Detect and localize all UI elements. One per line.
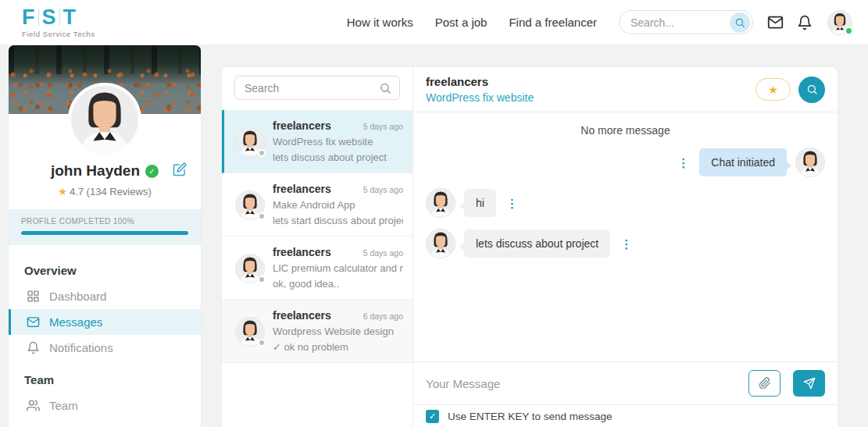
- chat-message-incoming: hi ⋮: [426, 188, 825, 218]
- chat-search-button[interactable]: [798, 77, 825, 103]
- enter-key-checkbox[interactable]: ✓: [426, 410, 439, 423]
- conversation-search: [234, 76, 400, 100]
- message-bubble: hi: [464, 189, 496, 217]
- conversation-search-input[interactable]: [245, 82, 379, 94]
- conversation-preview: lets discuss about project: [273, 151, 403, 163]
- profile-avatar[interactable]: [68, 83, 141, 156]
- chat-body: No more message ⋮ Chat initiated hi ⋮ le…: [413, 112, 838, 361]
- conversation-name: freelancers: [273, 119, 331, 132]
- conversation-name: freelancers: [273, 309, 331, 322]
- paperclip-icon: [759, 377, 771, 390]
- nav-links: How it works Post a job Find a freelance…: [347, 16, 597, 29]
- status-dot: [258, 339, 266, 347]
- conversation-item[interactable]: freelancers 5 days ago WordPress fix web…: [222, 110, 413, 173]
- navbar-icons: [767, 10, 852, 35]
- conversation-name: freelancers: [273, 183, 331, 195]
- mail-icon: [27, 315, 40, 329]
- profile-completion: PROFILE COMPLETED 100%: [9, 209, 201, 245]
- favorite-button[interactable]: ★: [755, 78, 791, 101]
- edit-profile-icon[interactable]: [173, 162, 187, 180]
- send-icon: [803, 377, 816, 390]
- navbar-search-button[interactable]: [730, 12, 750, 33]
- dashboard-icon: [27, 290, 40, 303]
- conversation-preview: ✓ ok no problem: [273, 341, 403, 353]
- conversation-subject: WordPress fix website: [273, 136, 403, 148]
- message-bubble: lets discuss about project: [464, 230, 610, 258]
- sidebar-item-label: Team: [49, 399, 78, 412]
- conversation-name: freelancers: [273, 246, 331, 258]
- progress-bar-fill: [21, 231, 188, 235]
- conversation-time: 5 days ago: [363, 185, 403, 194]
- progress-bar: [21, 231, 188, 235]
- sidebar-item-messages[interactable]: Messages: [9, 309, 201, 335]
- enter-key-row: ✓ Use ENTER KEY to send message: [413, 404, 838, 427]
- star-icon: ★: [58, 186, 67, 197]
- logo-letter-f: F: [22, 7, 35, 28]
- message-bubble: Chat initiated: [699, 148, 787, 176]
- avatar: [426, 229, 455, 258]
- conversation-item[interactable]: freelancers 6 days ago Wordpress Website…: [222, 300, 413, 363]
- sidebar-item-label: Notifications: [49, 341, 113, 354]
- mail-icon[interactable]: [767, 14, 784, 30]
- send-button[interactable]: [793, 370, 825, 397]
- verified-badge-icon: ✓: [145, 165, 159, 178]
- logo-tagline: Field Service Techs: [22, 30, 95, 38]
- navbar-search-input[interactable]: [630, 16, 730, 29]
- conversation-time: 5 days ago: [363, 122, 403, 131]
- avatar: [235, 254, 265, 283]
- chat-project-link[interactable]: WordPress fix website: [426, 91, 534, 104]
- conversation-list: freelancers 5 days ago WordPress fix web…: [222, 67, 413, 427]
- conversation-time: 5 days ago: [363, 248, 403, 258]
- no-more-message-text: No more message: [426, 124, 825, 137]
- bell-icon: [27, 341, 40, 354]
- check-icon: ✓: [429, 411, 436, 422]
- chat-title: freelancers: [426, 75, 534, 88]
- user-avatar[interactable]: [827, 10, 852, 35]
- logo-letter-s: S: [42, 7, 56, 28]
- enter-key-label: Use ENTER KEY to send message: [448, 411, 613, 422]
- search-icon: [379, 82, 391, 94]
- logo-divider: [59, 9, 60, 26]
- logo-divider: [38, 9, 39, 26]
- nav-link-find-a-freelancer[interactable]: Find a freelancer: [509, 16, 597, 29]
- profile-name: john Hayden: [51, 162, 140, 180]
- sidebar-item-notifications[interactable]: Notifications: [9, 335, 201, 361]
- avatar: [426, 188, 455, 218]
- navbar-search: [619, 10, 753, 34]
- avatar: [235, 317, 265, 347]
- search-icon: [734, 17, 745, 28]
- sidebar-item-label: Dashboard: [49, 290, 106, 303]
- conversation-item[interactable]: freelancers 5 days ago LIC premium calcu…: [222, 237, 413, 300]
- profile-completion-label: PROFILE COMPLETED 100%: [21, 217, 188, 226]
- nav-link-how-it-works[interactable]: How it works: [347, 16, 413, 29]
- message-input-bar: [413, 361, 838, 404]
- rating-text: 4.7 (134 Reviews): [70, 186, 152, 197]
- chat-header: freelancers WordPress fix website ★: [413, 67, 838, 112]
- conversation-subject: LIC premium calculator and ma...: [273, 262, 403, 274]
- logo-letter-t: T: [63, 7, 77, 28]
- chat-panel: freelancers WordPress fix website ★ No m…: [413, 67, 838, 427]
- sidebar-item-team[interactable]: Team: [9, 393, 201, 418]
- sidebar-item-dashboard[interactable]: Dashboard: [9, 283, 201, 309]
- sidebar-item-label: Messages: [49, 315, 102, 329]
- fst-logo[interactable]: F S T Field Service Techs: [22, 7, 95, 38]
- kebab-menu-icon[interactable]: ⋮: [676, 155, 691, 170]
- chat-message-outgoing: ⋮ Chat initiated: [426, 148, 825, 177]
- conversation-subject: Wordpress Website design: [273, 326, 403, 337]
- top-navbar: F S T Field Service Techs How it works P…: [0, 0, 868, 44]
- online-status-dot: [845, 27, 853, 35]
- conversation-item[interactable]: freelancers 5 days ago Make Android App …: [222, 173, 413, 237]
- bell-icon[interactable]: [797, 15, 813, 30]
- avatar: [235, 190, 265, 220]
- kebab-menu-icon[interactable]: ⋮: [505, 196, 520, 211]
- star-icon: ★: [768, 84, 778, 96]
- kebab-menu-icon[interactable]: ⋮: [619, 237, 634, 251]
- status-dot: [258, 212, 266, 220]
- sidebar-nav: Overview Dashboard Messages Notification…: [9, 245, 201, 418]
- sidebar-heading-overview: Overview: [9, 258, 201, 283]
- nav-link-post-a-job[interactable]: Post a job: [435, 16, 488, 29]
- status-dot: [258, 276, 266, 283]
- message-input[interactable]: [426, 377, 736, 390]
- attach-button[interactable]: [748, 370, 780, 397]
- chat-message-incoming: lets discuss about project ⋮: [426, 229, 825, 258]
